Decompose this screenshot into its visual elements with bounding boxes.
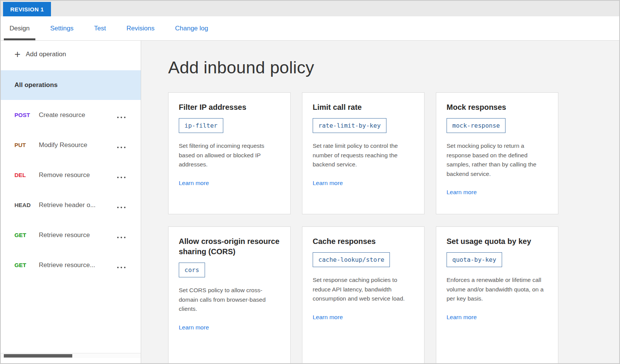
policy-card-quota-by-key[interactable]: Set usage quota by key quota-by-key Enfo…	[436, 226, 558, 363]
method-badge: GET	[14, 232, 39, 238]
policy-tag: rate-limit-by-key	[313, 118, 386, 133]
more-actions-icon[interactable]	[117, 142, 126, 148]
policy-card-cors[interactable]: Allow cross-origin resource sharing (COR…	[168, 226, 291, 363]
policy-card-title: Mock responses	[447, 102, 548, 112]
policy-card-limit-call-rate[interactable]: Limit call rate rate-limit-by-key Set ra…	[302, 92, 424, 214]
method-badge: GET	[14, 262, 39, 268]
sidebar-item-operation[interactable]: DEL Remove resource	[1, 160, 141, 190]
policy-tag: mock-response	[447, 118, 506, 133]
tab-change-log[interactable]: Change log	[169, 16, 214, 40]
policy-card-title: Set usage quota by key	[447, 236, 548, 247]
learn-more-link[interactable]: Learn more	[179, 324, 209, 331]
scrollbar-thumb[interactable]	[4, 354, 72, 358]
add-operation-button[interactable]: + Add operation	[1, 41, 141, 68]
more-actions-icon[interactable]	[117, 172, 126, 178]
operation-name: Remove resource	[39, 171, 90, 179]
sidebar-item-operation[interactable]: PUT Modify Resource	[1, 130, 141, 160]
learn-more-link[interactable]: Learn more	[447, 189, 477, 196]
learn-more-link[interactable]: Learn more	[179, 180, 209, 187]
policy-card-title: Allow cross-origin resource sharing (COR…	[179, 236, 280, 257]
plus-icon: +	[14, 49, 21, 60]
sidebar-item-operation[interactable]: GET Retrieve resource...	[1, 250, 141, 280]
policy-tag: ip-filter	[179, 118, 223, 133]
sidebar-item-operation[interactable]: POST Create resource	[1, 100, 141, 130]
tab-bar: Design Settings Test Revisions Change lo…	[1, 16, 619, 41]
method-badge: HEAD	[14, 202, 39, 208]
more-actions-icon[interactable]	[117, 262, 126, 268]
learn-more-link[interactable]: Learn more	[447, 314, 477, 321]
tab-design[interactable]: Design	[4, 16, 35, 40]
method-badge: PUT	[14, 142, 39, 148]
tab-settings[interactable]: Settings	[45, 16, 79, 40]
content-area: + Add operation All operations POST Crea…	[1, 41, 619, 363]
operations-sidebar: + Add operation All operations POST Crea…	[1, 41, 141, 363]
policy-card-title: Filter IP addresses	[179, 102, 280, 112]
sidebar-item-operation[interactable]: HEAD Retrieve header o...	[1, 190, 141, 220]
operation-name: Retrieve resource	[39, 231, 90, 239]
policy-description: Enforces a renewable or lifetime call vo…	[447, 275, 548, 304]
policy-description: Set filtering of incoming requests based…	[179, 141, 280, 169]
policy-description: Set CORS policy to allow cross-domain ca…	[179, 286, 280, 314]
policy-main-panel: Add inbound policy Filter IP addresses i…	[141, 41, 619, 363]
sidebar-horizontal-scrollbar[interactable]	[1, 353, 141, 358]
tab-test[interactable]: Test	[88, 16, 111, 40]
more-actions-icon[interactable]	[117, 112, 126, 118]
policy-description: Set response caching policies to reduce …	[313, 275, 414, 304]
tab-revisions[interactable]: Revisions	[121, 16, 161, 40]
revision-strip: REVISION 1	[1, 1, 619, 16]
learn-more-link[interactable]: Learn more	[313, 180, 343, 187]
policy-card-filter-ip[interactable]: Filter IP addresses ip-filter Set filter…	[168, 92, 291, 214]
policy-tag: cors	[179, 263, 205, 277]
operation-name: Retrieve header o...	[39, 201, 95, 209]
operation-name: Retrieve resource...	[39, 261, 95, 269]
more-actions-icon[interactable]	[117, 202, 126, 208]
policy-card-title: Cache responses	[313, 236, 414, 247]
policy-card-title: Limit call rate	[313, 102, 414, 112]
method-badge: POST	[14, 112, 39, 118]
operation-name: Create resource	[39, 111, 85, 119]
more-actions-icon[interactable]	[117, 232, 126, 238]
policy-card-mock-responses[interactable]: Mock responses mock-response Set mocking…	[436, 92, 558, 214]
policy-description: Set mocking policy to return a response …	[447, 141, 548, 179]
sidebar-item-all-operations[interactable]: All operations	[1, 70, 141, 100]
apim-design-screen: REVISION 1 Design Settings Test Revision…	[0, 0, 620, 364]
method-badge: DEL	[14, 172, 39, 178]
policy-description: Set rate limit policy to control the num…	[313, 141, 414, 169]
operation-name: Modify Resource	[39, 141, 87, 149]
revision-badge: REVISION 1	[3, 2, 51, 16]
page-title: Add inbound policy	[168, 58, 619, 78]
policy-tag: cache-lookup/store	[313, 252, 390, 267]
learn-more-link[interactable]: Learn more	[313, 314, 343, 321]
add-operation-label: Add operation	[26, 51, 66, 58]
sidebar-item-operation[interactable]: GET Retrieve resource	[1, 220, 141, 250]
policy-tag: quota-by-key	[447, 252, 502, 267]
policy-card-grid: Filter IP addresses ip-filter Set filter…	[168, 92, 619, 363]
policy-card-cache-responses[interactable]: Cache responses cache-lookup/store Set r…	[302, 226, 424, 363]
